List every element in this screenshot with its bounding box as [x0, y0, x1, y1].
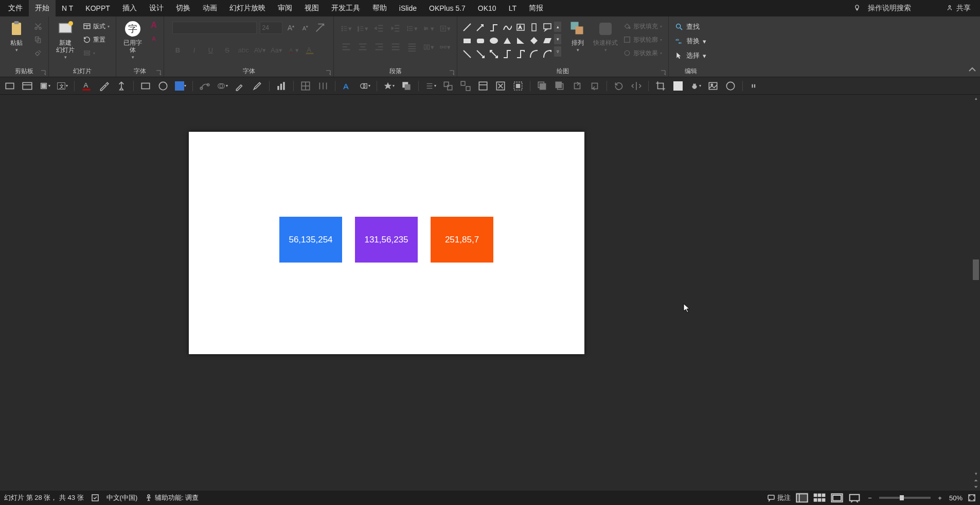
bold-button[interactable]: B: [172, 44, 184, 56]
indent-decrease-button[interactable]: [373, 23, 385, 34]
next-slide-button[interactable]: ⏷: [972, 483, 980, 491]
qat-send-back-icon[interactable]: [554, 80, 565, 92]
distribute-button[interactable]: [406, 41, 418, 53]
line-spacing-button[interactable]: ▾: [406, 23, 418, 34]
qat-icon-1[interactable]: [4, 80, 15, 92]
shape-arrow-icon[interactable]: [475, 22, 486, 33]
shape-freeform-icon[interactable]: [502, 22, 513, 33]
qat-forward-icon[interactable]: [572, 80, 583, 92]
box-purple[interactable]: 131,56,235: [355, 217, 418, 263]
tab-file[interactable]: 文件: [2, 0, 29, 16]
tab-transitions[interactable]: 切换: [170, 0, 197, 16]
zoom-out-button[interactable]: −: [866, 494, 874, 502]
shape-rect-icon[interactable]: [461, 35, 473, 46]
fit-window-button[interactable]: [968, 494, 976, 502]
qat-wordart-icon[interactable]: A: [342, 80, 353, 92]
paste-button[interactable]: 粘贴 ▾: [4, 19, 29, 53]
qat-eyedropper-icon[interactable]: [98, 80, 110, 92]
qat-brush-icon[interactable]: [252, 80, 263, 92]
shape-curve2-icon[interactable]: [515, 48, 526, 60]
qat-rotate-icon[interactable]: [613, 80, 625, 92]
shape-arrow3-icon[interactable]: [488, 48, 500, 60]
format-painter-button[interactable]: [32, 47, 44, 59]
language-indicator[interactable]: 中文(中国): [106, 493, 138, 502]
replace-button[interactable]: abac替换▾: [673, 35, 708, 47]
qat-table-icon[interactable]: [300, 80, 311, 92]
shape-arrow1-icon[interactable]: [461, 48, 473, 60]
tab-koppt[interactable]: KOPPT: [79, 0, 116, 16]
shape-curve4-icon[interactable]: [542, 48, 553, 60]
tab-islide[interactable]: iSlide: [393, 0, 423, 16]
tab-animations[interactable]: 动画: [197, 0, 223, 16]
tab-view[interactable]: 视图: [298, 0, 325, 16]
zoom-slider[interactable]: [879, 497, 931, 499]
used-font-button[interactable]: 字 已用字 体 ▾: [120, 19, 145, 60]
qat-rect-icon[interactable]: [140, 80, 151, 92]
qat-backward-icon[interactable]: [589, 80, 600, 92]
qat-textbox-icon[interactable]: 文▾: [57, 80, 68, 92]
highlight-button[interactable]: A: [304, 44, 315, 56]
usedfont-launcher[interactable]: [155, 69, 162, 76]
shrink-font-button[interactable]: A▾: [300, 22, 311, 33]
vertical-scrollbar[interactable]: ▴ ▾ ⏶ ⏷: [972, 95, 980, 491]
qat-overflow-icon[interactable]: [749, 80, 760, 92]
qat-white-swatch[interactable]: [672, 80, 684, 92]
font-increase-button[interactable]: A: [148, 20, 159, 31]
prev-slide-button[interactable]: ⏶: [972, 477, 980, 484]
qat-pin-icon[interactable]: [116, 80, 127, 92]
tab-review[interactable]: 审阅: [272, 0, 298, 16]
slide[interactable]: 56,135,254 131,56,235 251,85,7: [189, 132, 584, 354]
shape-triangle-icon[interactable]: [502, 35, 513, 46]
font-color-button[interactable]: A▾: [288, 44, 299, 56]
font-family-combo[interactable]: [172, 22, 257, 34]
quick-styles-button[interactable]: 快速样式▾: [593, 19, 618, 53]
shapes-gallery[interactable]: A: [461, 19, 553, 60]
cut-button[interactable]: [32, 21, 44, 32]
align-right-button[interactable]: [373, 41, 385, 53]
tab-home[interactable]: 开始: [29, 0, 56, 16]
columns-button[interactable]: ▾: [423, 41, 434, 53]
scroll-up-button[interactable]: ▴: [972, 95, 980, 102]
qat-flip-icon[interactable]: [631, 80, 642, 92]
scroll-thumb[interactable]: [973, 259, 979, 280]
shape-curve3-icon[interactable]: [528, 48, 540, 60]
tab-insert[interactable]: 插入: [116, 0, 143, 16]
qat-close-pane-icon[interactable]: [495, 80, 506, 92]
strike-button[interactable]: S: [222, 44, 233, 56]
shape-connector-icon[interactable]: [488, 22, 500, 33]
qat-chart-icon[interactable]: [276, 80, 287, 92]
paragraph-launcher[interactable]: [449, 69, 455, 76]
align-center-button[interactable]: [357, 41, 368, 53]
qat-animation-icon[interactable]: ▾: [383, 80, 395, 92]
tab-developer[interactable]: 开发工具: [325, 0, 366, 16]
section-button[interactable]: ▾: [81, 47, 112, 59]
smartart-button[interactable]: ▾: [439, 41, 451, 53]
qat-eyedropper2-icon[interactable]: [234, 80, 245, 92]
select-button[interactable]: 选择▾: [673, 49, 708, 62]
box-orange[interactable]: 251,85,7: [431, 217, 493, 263]
tab-help[interactable]: 帮助: [366, 0, 393, 16]
font-size-combo[interactable]: 24: [260, 22, 282, 34]
qat-bring-front-icon[interactable]: [537, 80, 548, 92]
shape-vtext-icon[interactable]: [528, 22, 540, 33]
qat-circle2-icon[interactable]: [725, 80, 736, 92]
font-decrease-button[interactable]: A: [148, 33, 159, 44]
find-button[interactable]: 查找: [673, 21, 708, 33]
zoom-knob[interactable]: [900, 495, 904, 500]
font-launcher[interactable]: [325, 69, 331, 76]
gallery-scroll-up[interactable]: ▴: [554, 22, 561, 32]
share-button[interactable]: 共享: [946, 4, 971, 13]
shape-fill-button[interactable]: 形状填充▾: [621, 21, 664, 32]
indent-increase-button[interactable]: [390, 23, 401, 34]
drawing-launcher[interactable]: [660, 69, 666, 76]
reset-button[interactable]: 重置: [81, 34, 112, 45]
reading-view-button[interactable]: [831, 493, 843, 503]
tab-slideshow[interactable]: 幻灯片放映: [223, 0, 272, 16]
qat-align-icon[interactable]: ▾: [425, 80, 436, 92]
change-case-button[interactable]: Aa▾: [271, 44, 282, 56]
qat-select-all-icon[interactable]: [512, 80, 524, 92]
qat-distribute-h-icon[interactable]: [317, 80, 329, 92]
numbering-button[interactable]: 123▾: [357, 23, 368, 34]
slide-canvas-area[interactable]: 56,135,254 131,56,235 251,85,7 ▴ ▾ ⏶ ⏷: [0, 95, 980, 491]
slideshow-view-button[interactable]: [848, 493, 861, 503]
